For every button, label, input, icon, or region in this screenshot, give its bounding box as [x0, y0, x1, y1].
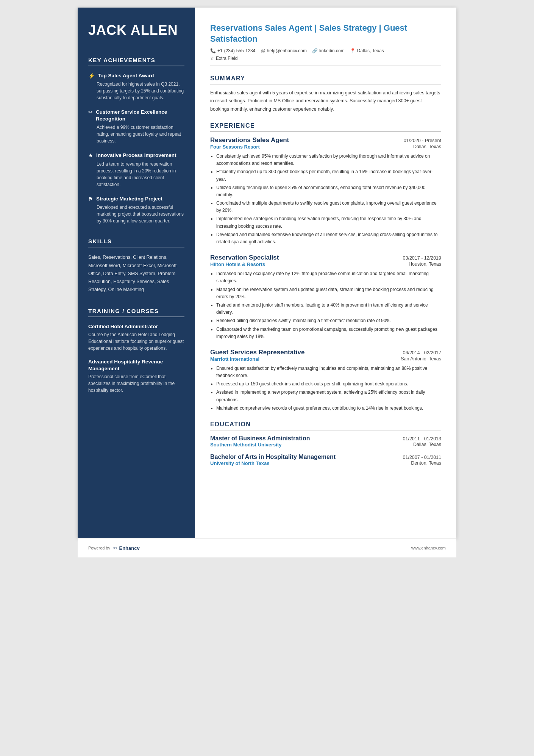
exp-location: Dallas, Texas	[413, 144, 441, 150]
exp-company: Hilton Hotels & Resorts	[210, 261, 265, 267]
achievement-item: ⚡ Top Sales Agent Award Recognized for h…	[88, 72, 184, 102]
location-contact: 📍 Dallas, Texas	[350, 48, 384, 53]
exp-bullet: Managed online reservation system and up…	[216, 286, 441, 301]
exp-location: San Antonio, Texas	[401, 356, 441, 362]
contact-row: 📞 +1-(234)-555-1234 @ help@enhancv.com 🔗…	[210, 48, 441, 53]
skills-title: SKILLS	[88, 238, 184, 247]
achievement-desc: Recognized for highest sales in Q3 2021,…	[88, 81, 184, 101]
achievement-title: Strategic Marketing Project	[96, 196, 162, 202]
training-desc: Course by the American Hotel and Lodging…	[88, 331, 184, 352]
achievement-desc: Led a team to revamp the reservation pro…	[88, 161, 184, 188]
exp-bullet: Resolved billing discrepancies swiftly, …	[216, 317, 441, 324]
achievement-item: ⚑ Strategic Marketing Project Developed …	[88, 196, 184, 225]
main-header: Reservations Sales Agent | Sales Strateg…	[210, 23, 441, 66]
linkedin-contact: 🔗 linkedin.com	[312, 48, 345, 53]
achievement-title: Innovative Process Improvement	[96, 152, 176, 159]
edu-location: Dallas, Texas	[413, 442, 441, 448]
education-section: EDUCATION Master of Business Administrat…	[210, 421, 441, 466]
achievement-icon: ⚡	[88, 73, 95, 79]
exp-bullet: Maintained comprehensive records of gues…	[216, 405, 441, 412]
exp-title: Reservations Sales Agent	[210, 136, 289, 144]
exp-bullet: Consistently achieved 95% monthly custom…	[216, 153, 441, 167]
location-icon: 📍	[350, 48, 356, 53]
edu-location: Denton, Texas	[411, 460, 441, 466]
skills-section: SKILLS Sales, Reservations, Client Relat…	[88, 238, 184, 294]
edu-degree: Bachelor of Arts in Hospitality Manageme…	[210, 454, 336, 460]
extra-field: Extra Field	[216, 56, 237, 61]
training-title: Advanced Hospitality Revenue Management	[88, 358, 184, 372]
experience-entry: Guest Services Representative 06/2014 - …	[210, 349, 441, 412]
experience-entry: Reservation Specialist 03/2017 - 12/2019…	[210, 254, 441, 340]
education-entry: Bachelor of Arts in Hospitality Manageme…	[210, 454, 441, 466]
achievement-title: Top Sales Agent Award	[98, 72, 154, 79]
star-icon: ☆	[210, 56, 214, 61]
edu-degree: Master of Business Administration	[210, 435, 310, 442]
candidate-name: JACK ALLEN	[88, 23, 184, 38]
edu-school: Southern Methodist University	[210, 442, 282, 448]
education-title: EDUCATION	[210, 421, 441, 430]
exp-bullets: Ensured guest satisfaction by effectivel…	[210, 365, 441, 412]
edu-date: 01/2007 - 01/2011	[403, 455, 441, 460]
extra-field-row: ☆ Extra Field	[210, 56, 441, 61]
phone-contact: 📞 +1-(234)-555-1234	[210, 48, 255, 53]
exp-bullet: Assisted in implementing a new property …	[216, 389, 441, 403]
training-desc: Professional course from eCornell that s…	[88, 373, 184, 394]
main-title: Reservations Sales Agent | Sales Strateg…	[210, 23, 441, 44]
exp-date: 01/2020 - Present	[404, 138, 441, 143]
exp-bullet: Processed up to 150 guest check-ins and …	[216, 380, 441, 388]
experience-section: EXPERIENCE Reservations Sales Agent 01/2…	[210, 122, 441, 412]
achievement-item: ★ Innovative Process Improvement Led a t…	[88, 152, 184, 188]
phone-icon: 📞	[210, 48, 216, 53]
experience-title: EXPERIENCE	[210, 122, 441, 132]
achievement-icon: ★	[88, 152, 93, 158]
summary-text: Enthusiastic sales agent with 5 years of…	[210, 89, 441, 113]
achievement-desc: Developed and executed a successful mark…	[88, 204, 184, 224]
powered-by-label: Powered by	[88, 546, 110, 550]
summary-section: SUMMARY Enthusiastic sales agent with 5 …	[210, 75, 441, 113]
phone-value: +1-(234)-555-1234	[217, 48, 255, 53]
exp-date: 03/2017 - 12/2019	[403, 255, 441, 261]
achievement-item: ✂ Customer Service Excellence Recognitio…	[88, 109, 184, 144]
brand-name: Enhancv	[119, 545, 140, 551]
achievement-desc: Achieved a 99% customer satisfaction rat…	[88, 124, 184, 144]
page-footer: Powered by ∞ Enhancv www.enhancv.com	[78, 538, 456, 557]
achievement-icon: ✂	[88, 109, 93, 115]
footer-website: www.enhancv.com	[411, 546, 446, 550]
linkedin-value: linkedin.com	[319, 48, 345, 53]
edu-date: 01/2011 - 01/2013	[403, 436, 441, 441]
achievements-section: KEY ACHIEVEMENTS ⚡ Top Sales Agent Award…	[88, 57, 184, 225]
edu-school: University of North Texas	[210, 460, 270, 466]
email-value: help@enhancv.com	[267, 48, 307, 53]
exp-location: Houston, Texas	[409, 261, 441, 267]
education-entry: Master of Business Administration 01/201…	[210, 435, 441, 448]
linkedin-icon: 🔗	[312, 48, 318, 53]
exp-bullet: Trained and mentored junior staff member…	[216, 302, 441, 316]
exp-bullets: Increased holiday occupancy rate by 12% …	[210, 270, 441, 340]
skills-text: Sales, Reservations, Client Relations, M…	[88, 254, 184, 294]
exp-bullet: Collaborated with the marketing team on …	[216, 326, 441, 340]
summary-title: SUMMARY	[210, 75, 441, 85]
experience-entry: Reservations Sales Agent 01/2020 - Prese…	[210, 136, 441, 246]
exp-bullet: Efficiently managed up to 300 guest book…	[216, 168, 441, 183]
main-content: Reservations Sales Agent | Sales Strateg…	[195, 8, 456, 538]
achievements-title: KEY ACHIEVEMENTS	[88, 57, 184, 66]
exp-bullet: Ensured guest satisfaction by effectivel…	[216, 365, 441, 379]
footer-brand: Powered by ∞ Enhancv	[88, 545, 140, 551]
exp-company: Four Seasons Resort	[210, 144, 260, 150]
sidebar: JACK ALLEN KEY ACHIEVEMENTS ⚡ Top Sales …	[78, 8, 195, 538]
training-section: TRAINING / COURSES Certified Hotel Admin…	[88, 308, 184, 394]
achievement-title: Customer Service Excellence Recognition	[96, 109, 184, 122]
exp-bullet: Developed and maintained extensive knowl…	[216, 231, 441, 246]
exp-company: Marriott International	[210, 356, 259, 362]
exp-bullet: Increased holiday occupancy rate by 12% …	[216, 270, 441, 285]
exp-bullets: Consistently achieved 95% monthly custom…	[210, 153, 441, 246]
training-title: Certified Hotel Administrator	[88, 323, 184, 330]
email-icon: @	[261, 48, 265, 53]
training-title: TRAINING / COURSES	[88, 308, 184, 317]
exp-bullet: Utilized selling techniques to upsell 25…	[216, 184, 441, 199]
exp-title: Reservation Specialist	[210, 254, 279, 261]
exp-date: 06/2014 - 02/2017	[403, 350, 441, 355]
achievement-icon: ⚑	[88, 196, 93, 202]
training-item: Advanced Hospitality Revenue Management …	[88, 358, 184, 394]
exp-bullet: Implemented new strategies in handling r…	[216, 215, 441, 230]
